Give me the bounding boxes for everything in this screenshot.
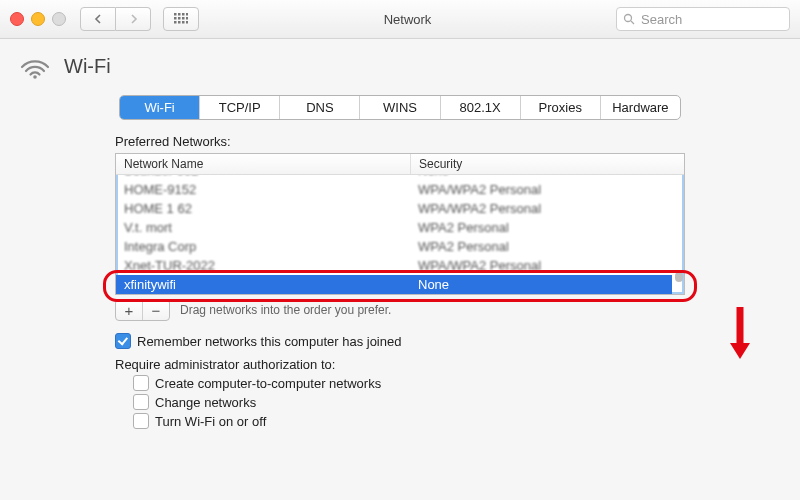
back-button[interactable] (80, 7, 116, 31)
svg-rect-9 (178, 21, 181, 24)
column-network-name[interactable]: Network Name (116, 154, 411, 174)
table-body: Sounder 002NoneHOME-9152WPA/WPA2 Persona… (116, 175, 684, 294)
svg-rect-6 (182, 17, 185, 20)
preferred-networks-table[interactable]: Network Name Security Sounder 002NoneHOM… (115, 153, 685, 295)
add-remove-bar: + − Drag networks into the order you pre… (115, 299, 685, 321)
show-all-button[interactable] (163, 7, 199, 31)
options-section: Remember networks this computer has join… (115, 333, 685, 429)
grid-icon (174, 13, 188, 25)
wifi-icon (18, 53, 52, 79)
drag-hint: Drag networks into the order you prefer. (180, 303, 391, 317)
require-admin-option[interactable]: Create computer-to-computer networks (133, 375, 685, 391)
checkbox[interactable] (133, 375, 149, 391)
cell-network-name: HOME-9152 (116, 182, 410, 197)
checkbox[interactable] (133, 394, 149, 410)
require-admin-option[interactable]: Change networks (133, 394, 685, 410)
svg-rect-2 (182, 13, 185, 16)
checkbox-label: Change networks (155, 395, 256, 410)
nav-buttons (80, 7, 151, 31)
minimize-window-button[interactable] (31, 12, 45, 26)
cell-security: None (410, 175, 672, 178)
pane-title: Wi-Fi (64, 55, 111, 78)
close-window-button[interactable] (10, 12, 24, 26)
svg-rect-11 (186, 21, 188, 24)
system-preferences-window: Network Search Wi-Fi Wi-FiTCP/IPDNSWINS8… (0, 0, 800, 500)
window-controls (10, 12, 66, 26)
table-row[interactable]: HOME 1 62WPA/WPA2 Personal (116, 199, 672, 218)
preferred-networks-table-wrap: Network Name Security Sounder 002NoneHOM… (115, 153, 685, 295)
cell-network-name: V.t. mort (116, 220, 410, 235)
cell-network-name: xfinitywifi (116, 277, 410, 292)
annotation-arrow (728, 305, 752, 359)
table-row[interactable]: V.t. mortWPA2 Personal (116, 218, 672, 237)
pane-body: Wi-Fi Wi-FiTCP/IPDNSWINS802.1XProxiesHar… (0, 39, 800, 429)
require-admin-label: Require administrator authorization to: (115, 357, 685, 372)
svg-rect-10 (182, 21, 185, 24)
add-remove-group: + − (115, 299, 170, 321)
cell-network-name: Sounder 002 (116, 175, 410, 178)
search-input[interactable]: Search (616, 7, 790, 31)
cell-network-name: Integra Corp (116, 239, 410, 254)
cell-security: WPA2 Personal (410, 220, 672, 235)
svg-rect-7 (186, 17, 188, 20)
table-header: Network Name Security (116, 154, 684, 175)
svg-rect-8 (174, 21, 177, 24)
tab-hardware[interactable]: Hardware (601, 96, 680, 119)
svg-rect-4 (174, 17, 177, 20)
checkbox-label: Create computer-to-computer networks (155, 376, 381, 391)
tab-bar: Wi-FiTCP/IPDNSWINS802.1XProxiesHardware (119, 95, 681, 120)
table-row[interactable]: HOME-9152WPA/WPA2 Personal (116, 180, 672, 199)
tab-8021x[interactable]: 802.1X (441, 96, 521, 119)
checkbox-label: Turn Wi-Fi on or off (155, 414, 266, 429)
forward-button[interactable] (116, 7, 151, 31)
tab-wins[interactable]: WINS (360, 96, 440, 119)
tab-dns[interactable]: DNS (280, 96, 360, 119)
cell-security: WPA/WPA2 Personal (410, 201, 672, 216)
zoom-window-button[interactable] (52, 12, 66, 26)
cell-network-name: Xnet-TUR-2022 (116, 258, 410, 273)
remember-networks-label: Remember networks this computer has join… (137, 334, 401, 349)
svg-point-14 (33, 75, 37, 79)
preferred-networks-label: Preferred Networks: (115, 134, 685, 149)
cell-security: None (410, 277, 672, 292)
remove-network-button[interactable]: − (143, 300, 169, 320)
search-icon (623, 13, 635, 25)
tab-wifi[interactable]: Wi-Fi (120, 96, 200, 119)
svg-rect-3 (186, 13, 188, 16)
tab-proxies[interactable]: Proxies (521, 96, 601, 119)
wifi-advanced-panel: Preferred Networks: Network Name Securit… (115, 134, 685, 321)
chevron-left-icon (94, 14, 103, 24)
remember-networks-checkbox[interactable] (115, 333, 131, 349)
pane-header: Wi-Fi (18, 49, 782, 89)
svg-rect-0 (174, 13, 177, 16)
scroll-thumb[interactable] (675, 272, 683, 282)
table-row[interactable]: Xnet-TUR-2022WPA/WPA2 Personal (116, 256, 672, 275)
svg-marker-16 (730, 343, 750, 359)
table-row[interactable]: xfinitywifiNone (116, 275, 672, 294)
svg-rect-5 (178, 17, 181, 20)
remember-networks-row[interactable]: Remember networks this computer has join… (115, 333, 685, 349)
column-security[interactable]: Security (411, 154, 684, 174)
window-title: Network (207, 12, 608, 27)
search-placeholder: Search (641, 12, 682, 27)
add-network-button[interactable]: + (116, 300, 143, 320)
titlebar: Network Search (0, 0, 800, 39)
cell-security: WPA/WPA2 Personal (410, 182, 672, 197)
svg-point-12 (625, 15, 632, 22)
svg-rect-1 (178, 13, 181, 16)
require-admin-option[interactable]: Turn Wi-Fi on or off (133, 413, 685, 429)
chevron-right-icon (129, 14, 138, 24)
table-row[interactable]: Integra CorpWPA2 Personal (116, 237, 672, 256)
cell-security: WPA/WPA2 Personal (410, 258, 672, 273)
svg-line-13 (631, 21, 634, 24)
cell-network-name: HOME 1 62 (116, 201, 410, 216)
checkbox[interactable] (133, 413, 149, 429)
scrollbar[interactable] (673, 176, 683, 293)
cell-security: WPA2 Personal (410, 239, 672, 254)
tab-tcpip[interactable]: TCP/IP (200, 96, 280, 119)
